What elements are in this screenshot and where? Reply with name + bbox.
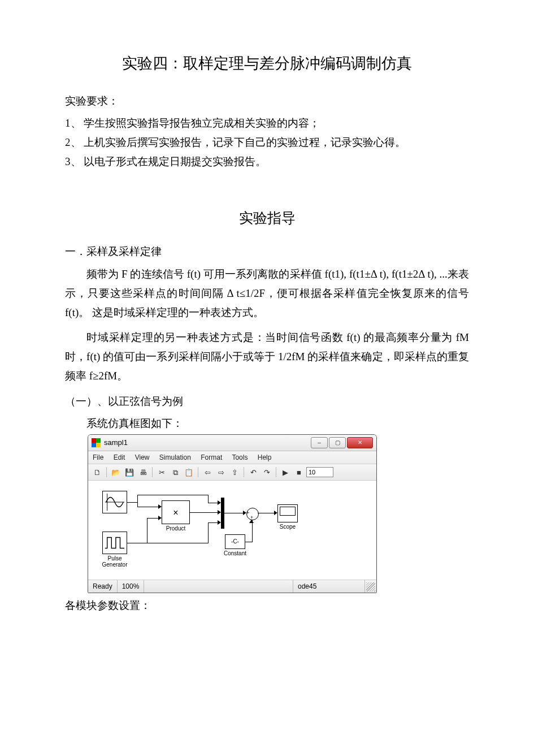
wire: [208, 522, 218, 523]
run-icon[interactable]: ▶: [279, 466, 292, 478]
menu-edit[interactable]: Edit: [114, 453, 125, 461]
forward-icon[interactable]: ⇨: [215, 466, 227, 478]
wire: [147, 518, 158, 519]
requirements-heading: 实验要求：: [65, 92, 469, 111]
status-bar: Ready 100% ode45: [88, 580, 376, 593]
separator: [244, 467, 244, 477]
ending-line: 各模块参数设置：: [65, 596, 469, 615]
wire: [208, 503, 218, 503]
body-paragraph: 频带为 F 的连续信号 f(t) 可用一系列离散的采样值 f(t1), f(t1…: [65, 265, 469, 323]
document-title: 实验四：取样定理与差分脉冲编码调制仿真: [65, 50, 469, 77]
stop-icon[interactable]: ■: [293, 466, 305, 478]
requirement-item: 2、 上机实验后撰写实验报告，记录下自己的实验过程，记录实验心得。: [65, 133, 469, 152]
model-canvas[interactable]: Pulse Generator × Product + + -C- Consta…: [88, 481, 376, 580]
arrow-icon: [243, 511, 246, 515]
copy-icon[interactable]: ⧉: [169, 466, 181, 478]
resize-grip-icon[interactable]: [366, 582, 375, 591]
requirement-item: 3、 以电子形式在规定日期提交实验报告。: [65, 152, 469, 171]
cut-icon[interactable]: ✂: [155, 466, 168, 478]
minimize-button[interactable]: –: [311, 437, 328, 448]
window-titlebar[interactable]: sampl1 – ▢ ✕: [88, 435, 376, 451]
separator: [198, 467, 198, 477]
product-block[interactable]: ×: [162, 500, 190, 524]
arrow-icon: [218, 510, 221, 515]
menu-format[interactable]: Format: [201, 453, 222, 461]
wire: [127, 502, 137, 503]
up-icon[interactable]: ⇧: [228, 466, 241, 478]
open-icon[interactable]: 📂: [110, 466, 122, 478]
separator: [276, 467, 276, 477]
requirement-item: 1、 学生按照实验指导报告独立完成相关实验的内容；: [65, 114, 469, 133]
paste-icon[interactable]: 📋: [183, 466, 195, 478]
status-zoom: 100%: [118, 580, 145, 593]
sum-block[interactable]: + +: [246, 508, 259, 520]
document-page: 实验四：取样定理与差分脉冲编码调制仿真 实验要求： 1、 学生按照实验指导报告独…: [0, 0, 534, 756]
sine-wave-block[interactable]: [102, 491, 127, 513]
wire: [252, 520, 253, 542]
guide-title: 实验指导: [65, 205, 469, 231]
menu-bar: File Edit View Simulation Format Tools H…: [88, 451, 376, 464]
wire: [137, 495, 208, 495]
wire: [208, 495, 209, 503]
wire: [224, 513, 243, 513]
wire: [147, 543, 208, 543]
wire: [258, 513, 274, 513]
arrow-icon: [249, 520, 254, 523]
product-label: Product: [156, 525, 196, 532]
menu-file[interactable]: File: [93, 453, 103, 461]
undo-icon[interactable]: ↶: [247, 466, 259, 478]
wire: [208, 522, 209, 543]
arrow-icon: [218, 520, 221, 525]
close-button[interactable]: ✕: [347, 437, 373, 448]
simulation-time-input[interactable]: 10: [306, 467, 333, 477]
separator: [106, 467, 107, 477]
section-heading: 一．采样及采样定律: [65, 242, 469, 261]
wire: [137, 507, 158, 507]
wire: [137, 495, 138, 502]
product-symbol: ×: [173, 507, 178, 518]
arrow-icon: [218, 500, 221, 505]
sine-icon: [103, 491, 127, 513]
menu-help[interactable]: Help: [258, 453, 272, 461]
status-ready: Ready: [88, 580, 118, 593]
maximize-button[interactable]: ▢: [329, 437, 346, 448]
menu-simulation[interactable]: Simulation: [159, 453, 191, 461]
menu-view[interactable]: View: [135, 453, 150, 461]
pulse-generator-block[interactable]: [102, 532, 127, 554]
scope-block[interactable]: [277, 504, 298, 522]
status-solver: ode45: [293, 580, 365, 593]
subsection-heading: （一）、以正弦信号为例: [65, 392, 469, 411]
wire: [245, 542, 252, 542]
constant-symbol: -C-: [231, 538, 239, 545]
simulink-window: sampl1 – ▢ ✕ File Edit View Simulation F…: [88, 434, 377, 593]
pulse-generator-label: Pulse Generator: [95, 555, 134, 568]
menu-tools[interactable]: Tools: [232, 453, 248, 461]
window-title: sampl1: [104, 438, 311, 447]
body-paragraph: 时域采样定理的另一种表述方式是：当时间信号函数 f(t) 的最高频率分量为 fM…: [65, 328, 469, 386]
back-icon[interactable]: ⇦: [201, 466, 214, 478]
separator: [152, 467, 153, 477]
toolbar: 🗋 📂 💾 🖶 ✂ ⧉ 📋 ⇦ ⇨ ⇧ ↶ ↷ ▶ ■ 10: [88, 464, 376, 481]
arrow-icon: [158, 516, 162, 520]
constant-label: Constant: [215, 550, 255, 556]
pulse-icon: [103, 532, 127, 554]
wire: [147, 518, 147, 543]
arrow-icon: [158, 504, 162, 509]
constant-block[interactable]: -C-: [225, 534, 245, 549]
figure-intro: 系统仿真框图如下：: [65, 414, 469, 433]
app-icon: [92, 438, 101, 447]
save-icon[interactable]: 💾: [123, 466, 136, 478]
status-spacer: [144, 580, 293, 593]
wire: [137, 502, 138, 507]
print-icon[interactable]: 🖶: [137, 466, 149, 478]
redo-icon[interactable]: ↷: [261, 466, 273, 478]
wire: [190, 512, 218, 513]
scope-label: Scope: [268, 524, 307, 530]
new-icon[interactable]: 🗋: [91, 466, 103, 478]
arrow-icon: [274, 511, 277, 515]
wire: [127, 543, 147, 543]
